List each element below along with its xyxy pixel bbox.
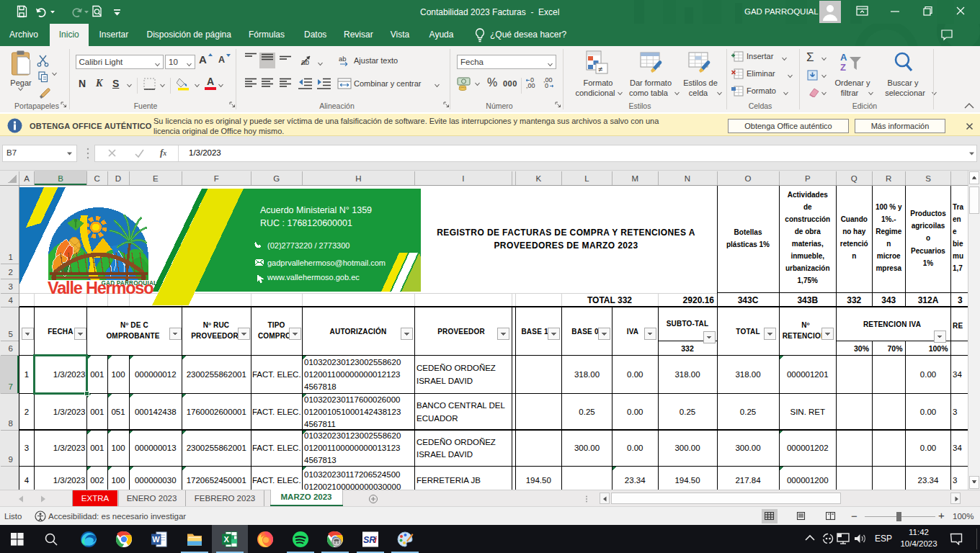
- svg-text:000142438: 000142438: [135, 408, 177, 416]
- svg-text:0.00: 0.00: [627, 444, 643, 452]
- svg-text:332: 332: [681, 344, 694, 353]
- svg-text:0.25: 0.25: [680, 408, 695, 416]
- svg-text:COMPRO: COMPRO: [258, 332, 291, 340]
- svg-text:Q: Q: [851, 174, 858, 183]
- svg-text:318.00: 318.00: [735, 370, 760, 379]
- svg-text:343B: 343B: [797, 295, 818, 305]
- svg-text:AUTORIZACIÓN: AUTORIZACIÓN: [330, 327, 387, 336]
- svg-text:051: 051: [111, 408, 125, 416]
- svg-text:1,75%: 1,75%: [798, 276, 818, 284]
- svg-text:012001051000142438123: 012001051000142438123: [304, 408, 401, 416]
- svg-text:RETENCION IVA: RETENCION IVA: [863, 320, 921, 328]
- svg-text:A: A: [24, 174, 30, 183]
- svg-text:urbanización: urbanización: [785, 264, 830, 272]
- svg-text:1: 1: [24, 370, 29, 379]
- svg-text:23.34: 23.34: [918, 476, 939, 485]
- svg-text:012001100000000013123: 012001100000000013123: [304, 444, 400, 452]
- svg-text:RETENCION: RETENCION: [783, 332, 827, 340]
- svg-text:TOTAL: TOTAL: [736, 328, 760, 336]
- svg-text:000001202: 000001202: [787, 444, 829, 452]
- svg-text:100: 100: [111, 476, 125, 485]
- svg-text:100 % y: 100 % y: [876, 203, 902, 211]
- svg-text:30%: 30%: [854, 344, 870, 353]
- svg-text:2300255862001: 2300255862001: [187, 444, 246, 452]
- svg-text:BANCO CENTRAL DEL: BANCO CENTRAL DEL: [416, 401, 506, 410]
- svg-text:(02)2773220 / 2773300: (02)2773220 / 2773300: [267, 241, 349, 250]
- svg-text:100: 100: [111, 444, 125, 452]
- svg-text:SUBTO-TAL: SUBTO-TAL: [667, 320, 709, 328]
- svg-text:343C: 343C: [738, 295, 759, 305]
- svg-text:0.00: 0.00: [627, 370, 643, 379]
- svg-text:gadprvallehermoso@hotmail.com: gadprvallehermoso@hotmail.com: [267, 258, 386, 267]
- svg-text:ISRAEL DAVID: ISRAEL DAVID: [416, 450, 473, 459]
- svg-text:B: B: [58, 174, 63, 183]
- svg-text:000001201: 000001201: [787, 370, 829, 379]
- svg-text:mu: mu: [953, 252, 963, 260]
- svg-text:001: 001: [90, 370, 104, 379]
- svg-text:FACT. ELEC.: FACT. ELEC.: [252, 476, 301, 485]
- svg-text:1720652450001: 1720652450001: [187, 476, 246, 485]
- svg-text:318.00: 318.00: [574, 370, 600, 379]
- svg-text:de obra: de obra: [795, 228, 821, 235]
- svg-text:Nº: Nº: [801, 321, 809, 329]
- svg-text:000001200: 000001200: [787, 476, 829, 485]
- svg-text:TIPO: TIPO: [267, 321, 285, 329]
- svg-text:3: 3: [958, 295, 963, 305]
- svg-text:332: 332: [847, 295, 861, 305]
- svg-text:L: L: [584, 174, 589, 183]
- svg-text:Nº DE C: Nº DE C: [120, 321, 148, 329]
- svg-text:000000030: 000000030: [135, 476, 177, 485]
- svg-text:1/3/2023: 1/3/2023: [53, 444, 86, 452]
- svg-text:4567811: 4567811: [304, 420, 336, 428]
- svg-text:5: 5: [9, 330, 13, 338]
- svg-text:ISRAEL DAVID: ISRAEL DAVID: [416, 377, 473, 385]
- svg-text:Acuerdo Ministerial N° 1359: Acuerdo Ministerial N° 1359: [260, 205, 372, 215]
- svg-text:plásticas 1%: plásticas 1%: [726, 240, 770, 248]
- svg-text:3: 3: [953, 476, 957, 485]
- svg-text:FERRETERIA JB: FERRETERIA JB: [416, 476, 481, 485]
- svg-text:ECUADOR: ECUADOR: [416, 414, 458, 423]
- svg-text:F: F: [214, 174, 219, 183]
- svg-text:1/3/2023: 1/3/2023: [53, 408, 86, 416]
- svg-text:0.00: 0.00: [627, 408, 643, 416]
- svg-text:Tra: Tra: [953, 203, 963, 211]
- svg-text:3: 3: [24, 444, 29, 452]
- svg-text:R: R: [886, 174, 891, 183]
- svg-text:K: K: [535, 174, 541, 183]
- svg-text:4: 4: [9, 296, 14, 305]
- svg-text:FACT. ELEC.: FACT. ELEC.: [252, 408, 301, 416]
- svg-text:7: 7: [9, 382, 13, 391]
- svg-text:P: P: [805, 174, 811, 183]
- svg-text:1%.-: 1%.-: [881, 215, 896, 223]
- svg-text:70%: 70%: [887, 344, 903, 353]
- svg-text:Botellas: Botellas: [734, 228, 762, 236]
- svg-text:o: o: [926, 234, 930, 242]
- svg-text:0.00: 0.00: [920, 408, 936, 416]
- svg-text:Valle Hermoso: Valle Hermoso: [48, 279, 153, 297]
- svg-text:23.34: 23.34: [625, 476, 646, 485]
- svg-text:inmueble,: inmueble,: [790, 252, 824, 260]
- svg-text:FACT. ELEC.: FACT. ELEC.: [252, 444, 301, 452]
- svg-text:Actividades: Actividades: [788, 191, 829, 199]
- svg-text:PROVEEDORES DE MARZO 2023: PROVEEDORES DE MARZO 2023: [494, 240, 638, 251]
- svg-text:IVA: IVA: [627, 328, 639, 336]
- svg-text:002: 002: [90, 476, 104, 485]
- svg-text:34: 34: [953, 444, 962, 452]
- svg-text:300.00: 300.00: [735, 444, 760, 452]
- svg-text:SIN. RET: SIN. RET: [790, 408, 825, 416]
- svg-text:Productos: Productos: [910, 210, 946, 217]
- svg-text:300.00: 300.00: [574, 444, 600, 452]
- svg-text:343: 343: [881, 295, 896, 305]
- svg-text:O: O: [745, 174, 752, 183]
- svg-text:000000013: 000000013: [135, 444, 177, 452]
- svg-text:RUC : 1768120600001: RUC : 1768120600001: [260, 218, 352, 228]
- svg-text:CEDEÑO ORDOÑEZ: CEDEÑO ORDOÑEZ: [416, 364, 496, 372]
- svg-text:FECHA: FECHA: [48, 328, 73, 336]
- svg-text:N: N: [685, 174, 690, 183]
- svg-text:0.00: 0.00: [920, 444, 936, 452]
- svg-text:3: 3: [953, 408, 957, 416]
- svg-text:i: i: [374, 535, 377, 545]
- svg-text:PROVEEDOR: PROVEEDOR: [191, 332, 239, 340]
- svg-text:010320230123002558620: 010320230123002558620: [304, 431, 401, 440]
- svg-text:4567813: 4567813: [304, 456, 337, 464]
